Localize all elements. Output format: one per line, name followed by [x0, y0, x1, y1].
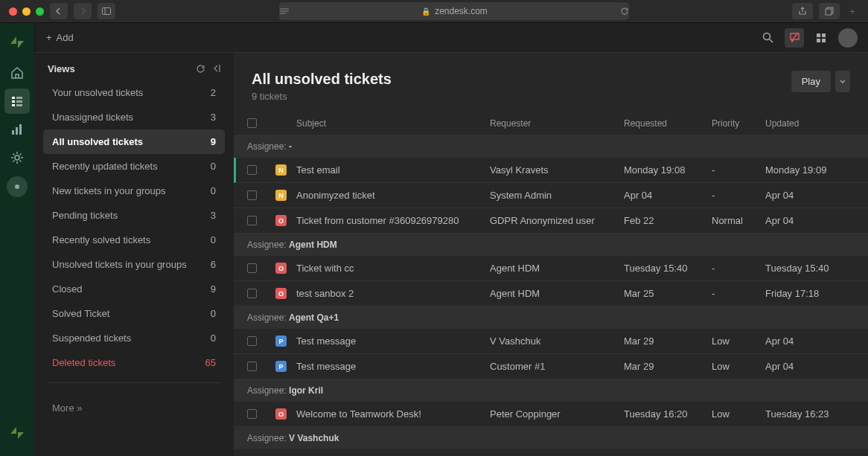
cell-requester: Vasyl Kravets: [490, 164, 624, 176]
cell-subject: Ticket from customer #360926979280: [296, 215, 490, 226]
svg-rect-15: [12, 100, 15, 103]
view-item[interactable]: Recently updated tickets0: [43, 154, 225, 179]
row-checkbox[interactable]: [247, 190, 257, 200]
minimize-window[interactable]: [22, 7, 31, 16]
plus-icon: +: [46, 32, 52, 43]
main-panel: All unsolved tickets 9 tickets Play Subj…: [234, 53, 868, 456]
cell-requested: Tuesday 16:20: [624, 408, 712, 420]
view-item[interactable]: Suspended tickets0: [43, 326, 225, 350]
ticket-row[interactable]: P Test message Customer #1 Mar 29 Low Ap…: [234, 354, 868, 379]
widget-icon[interactable]: [7, 176, 28, 197]
svg-point-6: [763, 33, 770, 40]
view-count: 0: [211, 185, 216, 196]
status-badge: O: [275, 215, 287, 226]
browser-toolbar: 🔒 zendesk.com +: [0, 0, 868, 23]
cell-requested: Feb 22: [624, 215, 712, 226]
assignee-group: Assignee: Igor Kril: [234, 379, 868, 402]
view-label: Unsolved tickets in your groups: [52, 259, 187, 270]
close-window[interactable]: [9, 7, 17, 16]
row-checkbox[interactable]: [247, 165, 257, 175]
view-item[interactable]: Pending tickets3: [43, 203, 225, 228]
view-count: 9: [211, 136, 216, 147]
row-checkbox[interactable]: [247, 409, 257, 419]
svg-rect-5: [826, 9, 832, 15]
ticket-row[interactable]: P Test message V Vashchuk Mar 29 Low Apr…: [234, 329, 868, 354]
row-checkbox[interactable]: [247, 362, 257, 371]
tabs-icon[interactable]: [819, 3, 840, 19]
view-item[interactable]: New tickets in your groups0: [43, 179, 225, 203]
view-count: 0: [211, 308, 216, 319]
cell-requested: Mar 29: [624, 361, 712, 372]
view-label: Deleted tickets: [52, 357, 115, 368]
forward-button[interactable]: [74, 3, 92, 19]
refresh-icon[interactable]: [196, 64, 205, 74]
home-icon[interactable]: [4, 60, 30, 86]
cell-requested: Mar 25: [624, 288, 712, 299]
zendesk-icon[interactable]: [4, 420, 30, 446]
view-label: All unsolved tickets: [52, 136, 143, 147]
cell-priority: Normal: [712, 215, 765, 226]
cell-requester: GDPR Anonymized user: [490, 215, 624, 226]
views-icon[interactable]: [4, 89, 30, 114]
col-priority[interactable]: Priority: [712, 118, 765, 129]
maximize-window[interactable]: [36, 7, 44, 16]
add-label: Add: [57, 32, 74, 43]
view-item[interactable]: Deleted tickets65: [43, 350, 225, 375]
cell-priority: -: [712, 288, 765, 299]
cell-requested: Mar 29: [624, 335, 712, 347]
apps-icon[interactable]: [811, 28, 831, 48]
ticket-row[interactable]: P Name bug Vitalii Agent Mar 29 Low Mond…: [234, 449, 868, 456]
row-checkbox[interactable]: [247, 216, 257, 225]
play-button[interactable]: Play: [791, 71, 831, 92]
view-item[interactable]: All unsolved tickets9: [43, 129, 225, 154]
collapse-icon[interactable]: [213, 64, 220, 74]
zendesk-logo[interactable]: [8, 33, 26, 51]
select-all-checkbox[interactable]: [247, 118, 257, 128]
row-checkbox[interactable]: [247, 336, 257, 346]
url-bar[interactable]: 🔒 zendesk.com: [279, 2, 629, 20]
col-requested[interactable]: Requested: [624, 118, 712, 129]
share-icon[interactable]: [792, 3, 813, 19]
reload-icon[interactable]: [620, 7, 629, 16]
chat-off-icon[interactable]: [785, 28, 804, 48]
view-item[interactable]: Unassigned tickets3: [43, 105, 225, 129]
ticket-row[interactable]: O Welcome to Teamwork Desk! Peter Coppin…: [234, 402, 868, 427]
cell-priority: -: [712, 190, 765, 201]
more-link[interactable]: More »: [34, 391, 234, 426]
add-button[interactable]: + Add: [46, 32, 74, 43]
row-checkbox[interactable]: [247, 289, 257, 298]
avatar[interactable]: [838, 28, 858, 48]
cell-updated: Monday 19:09: [765, 164, 855, 176]
view-count: 9: [211, 283, 216, 295]
col-requester[interactable]: Requester: [490, 118, 624, 129]
admin-icon[interactable]: [4, 145, 30, 170]
view-item[interactable]: Unsolved tickets in your groups6: [43, 252, 225, 277]
play-dropdown[interactable]: [835, 71, 850, 92]
ticket-row[interactable]: N Anonimyzed ticket System Admin Apr 04 …: [234, 183, 868, 208]
view-item[interactable]: Closed9: [43, 277, 225, 301]
ticket-row[interactable]: O test sanbox 2 Agent HDM Mar 25 - Frida…: [234, 281, 868, 306]
cell-requested: Apr 04: [624, 190, 712, 201]
ticket-row[interactable]: N Test email Vasyl Kravets Monday 19:08 …: [234, 158, 868, 183]
view-item[interactable]: Solved Ticket0: [43, 301, 225, 326]
ticket-row[interactable]: O Ticket from customer #360926979280 GDP…: [234, 208, 868, 234]
search-icon[interactable]: [758, 28, 777, 48]
new-tab-icon[interactable]: +: [846, 3, 859, 19]
lock-icon: 🔒: [421, 7, 430, 16]
svg-rect-16: [16, 100, 22, 103]
reports-icon[interactable]: [4, 117, 30, 142]
view-item[interactable]: Your unsolved tickets2: [43, 80, 225, 105]
svg-rect-18: [16, 104, 22, 106]
row-checkbox[interactable]: [247, 263, 257, 273]
cell-requested: Tuesday 15:40: [624, 263, 712, 274]
cell-subject: Welcome to Teamwork Desk!: [296, 408, 490, 420]
status-badge: N: [275, 190, 287, 201]
assignee-group: Assignee: Agent Qa+1: [234, 306, 868, 329]
back-button[interactable]: [50, 3, 68, 19]
status-badge: O: [275, 408, 287, 420]
sidebar-toggle[interactable]: [98, 3, 115, 19]
col-subject[interactable]: Subject: [296, 118, 490, 129]
view-item[interactable]: Recently solved tickets0: [43, 228, 225, 252]
ticket-row[interactable]: O Ticket with cc Agent HDM Tuesday 15:40…: [234, 256, 868, 281]
col-updated[interactable]: Updated: [765, 118, 855, 129]
